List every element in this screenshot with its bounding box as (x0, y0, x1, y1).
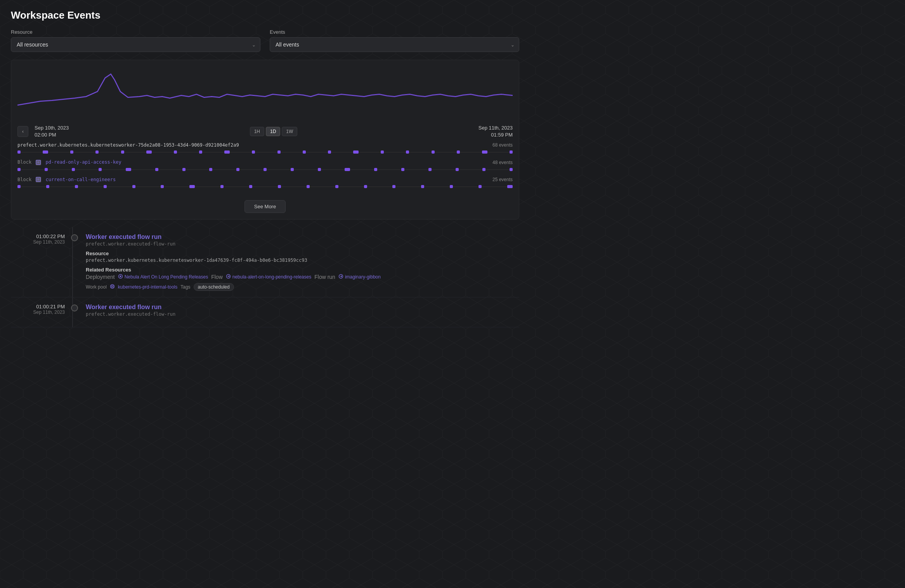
dot (161, 185, 164, 188)
block-oncall-link[interactable]: current-on-call-engineers (46, 177, 116, 182)
block-oncall-dots-row (17, 184, 513, 189)
dot (99, 168, 102, 171)
events-filter-label: Events (270, 29, 519, 35)
block-label-2: Block (17, 177, 31, 182)
deployment-item: Nebula Alert On Long Pending Releases (118, 274, 208, 280)
block-pd-link[interactable]: pd-read-only-api-access-key (46, 159, 121, 165)
dot (450, 185, 453, 188)
dot (224, 150, 230, 154)
tags-label: Tags (180, 284, 190, 290)
dot (291, 168, 294, 171)
dot (392, 185, 395, 188)
block-oncall-resource-name: Block current-on-call-engineers (17, 177, 116, 183)
dot (252, 150, 255, 154)
dot (209, 168, 212, 171)
event-dot-marker (71, 234, 78, 241)
dot (510, 150, 513, 154)
tag-badge: auto-scheduled (194, 283, 234, 291)
resource-filter-label: Resource (11, 29, 260, 35)
flow-link[interactable]: nebula-alert-on-long-pending-releases (232, 274, 311, 280)
chart-prev-button[interactable]: ‹ (17, 126, 28, 137)
dot (507, 185, 513, 188)
block-oncall-event-count: 25 events (492, 177, 513, 182)
dot (46, 185, 49, 188)
resource-rows: prefect.worker.kubernetes.kuberneteswork… (17, 142, 513, 197)
chart-area: ‹ Sep 10th, 2023 02:00 PM 1H 1D 1W Sep 1… (11, 60, 519, 220)
resource-section-label: Resource (86, 251, 519, 256)
dot (17, 150, 21, 154)
flow-item: nebula-alert-on-long-pending-releases (226, 274, 311, 280)
block-pd-dots-row (17, 167, 513, 172)
deployment-link[interactable]: Nebula Alert On Long Pending Releases (125, 274, 208, 280)
dot (236, 168, 239, 171)
event-time: 01:00:22 PM (11, 233, 65, 239)
dot (17, 168, 21, 171)
svg-rect-4 (37, 178, 40, 181)
dot (482, 150, 487, 154)
related-resources-section-label: Related Resources (86, 267, 519, 273)
dot (353, 150, 359, 154)
dot (428, 168, 432, 171)
resource-section-value: prefect.worker.kubernetes.kuberneteswork… (86, 258, 519, 263)
time-range-1w[interactable]: 1W (282, 127, 297, 136)
resource-select-wrapper: All resources (11, 37, 260, 52)
dot (199, 150, 202, 154)
dot (510, 168, 513, 171)
resource-row-block-oncall: Block current-on-call-engineers 25 event… (17, 177, 513, 190)
event-time-col-2: 01:00:21 PM Sep 11th, 2023 (11, 304, 71, 321)
events-select[interactable]: All events (270, 37, 519, 52)
dot (132, 185, 135, 188)
flow-run-link[interactable]: imaginary-gibbon (345, 274, 381, 280)
deployment-type-label: Deployment (86, 274, 115, 280)
time-range-1h[interactable]: 1H (250, 127, 264, 136)
event-title[interactable]: Worker executed flow run (86, 233, 519, 240)
work-pool-link[interactable]: kubernetes-prd-internal-tools (118, 284, 177, 290)
event-dot-marker-2 (71, 304, 78, 311)
work-pool-icon (110, 284, 115, 290)
dot (401, 168, 404, 171)
dot (43, 150, 48, 154)
flow-icon (226, 274, 231, 280)
dot (303, 150, 306, 154)
dot (482, 168, 485, 171)
dot (421, 185, 424, 188)
svg-point-6 (120, 276, 121, 277)
dot (45, 168, 48, 171)
worker-dots-row (17, 149, 513, 155)
block-pd-event-count: 48 events (492, 160, 513, 165)
dot (277, 150, 281, 154)
dot (335, 185, 338, 188)
dot (95, 150, 99, 154)
dot (457, 150, 460, 154)
dot (70, 150, 73, 154)
dot (72, 168, 75, 171)
dot (328, 150, 331, 154)
dot (456, 168, 459, 171)
resource-select[interactable]: All resources (11, 37, 260, 52)
see-more-button[interactable]: See More (244, 200, 286, 213)
event-time-col: 01:00:22 PM Sep 11th, 2023 (11, 233, 71, 291)
worker-resource-name: prefect.worker.kubernetes.kuberneteswork… (17, 142, 239, 148)
flow-run-item: imaginary-gibbon (338, 274, 381, 280)
dot (307, 185, 310, 188)
block-cube-icon (36, 160, 41, 165)
block-pd-resource-name: Block pd-read-only-api-access-key (17, 159, 121, 165)
time-range-1d[interactable]: 1D (266, 127, 280, 136)
event-time-2: 01:00:21 PM (11, 304, 65, 310)
event-title-2[interactable]: Worker executed flow run (86, 304, 519, 311)
event-date-2: Sep 11th, 2023 (11, 310, 65, 315)
dot (146, 150, 152, 154)
page-title: Workspace Events (11, 9, 519, 21)
resource-row-worker: prefect.worker.kubernetes.kuberneteswork… (17, 142, 513, 155)
related-resources-row: Deployment Nebula Alert On Long Pending … (86, 274, 519, 280)
worker-event-count: 68 events (492, 142, 513, 148)
event-type: prefect.worker.executed-flow-run (86, 241, 519, 247)
dot (374, 168, 377, 171)
event-content: Worker executed flow run prefect.worker.… (78, 233, 519, 291)
dot (155, 168, 158, 171)
dot (432, 150, 435, 154)
resource-filter-group: Resource All resources (11, 29, 260, 52)
dot (220, 185, 224, 188)
dot (104, 185, 107, 188)
event-chart (17, 66, 513, 121)
